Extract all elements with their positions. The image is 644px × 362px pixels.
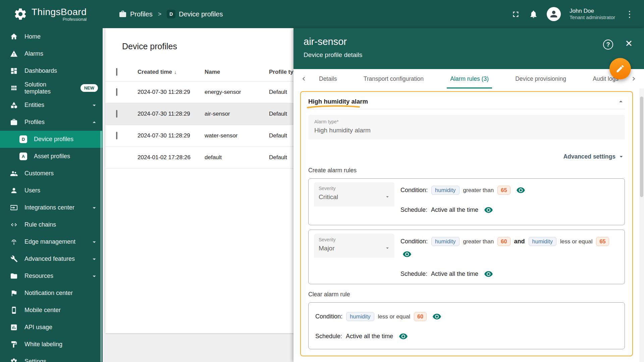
sidebar-item-rule-chains[interactable]: Rule chains (0, 216, 103, 233)
sidebar-item-label: Integrations center (24, 204, 74, 211)
tab-device-provisioning[interactable]: Device provisioning (512, 69, 570, 88)
rule-chains-icon (10, 221, 18, 229)
chevron-down-icon (618, 153, 625, 160)
cell-name: default (205, 154, 269, 161)
select-all-checkbox[interactable] (116, 68, 117, 76)
sidebar-item-solution-templates[interactable]: Solution templates NEW (0, 79, 103, 97)
cell-created: 2024-07-30 11:28:29 (138, 132, 205, 139)
tabs-scroll-left-icon[interactable] (297, 69, 311, 88)
row-checkbox[interactable] (116, 110, 117, 118)
rule-details: Condition: humidity greater than 60 and … (400, 234, 619, 279)
cell-name: water-sensor (205, 132, 269, 139)
view-schedule-eye-icon[interactable] (484, 205, 493, 215)
alarm-rule-major: Severity Major Condition: humidity great… (308, 230, 625, 284)
sidebar-item-label: API usage (24, 324, 52, 331)
brand-subtitle: Professional (63, 17, 87, 22)
sidebar-item-device-profiles[interactable]: D Device profiles (0, 131, 103, 148)
view-condition-eye-icon[interactable] (432, 312, 441, 321)
profiles-icon (119, 10, 127, 18)
column-created-time[interactable]: Created time↓ (138, 69, 205, 75)
new-badge: NEW (80, 84, 98, 92)
tab-transport-configuration[interactable]: Transport configuration (360, 69, 427, 88)
alarm-type-field[interactable]: Alarm type* High humidity alarm (308, 115, 625, 139)
notifications-bell-icon[interactable] (529, 10, 538, 19)
sidebar-item-mobile-center[interactable]: Mobile center (0, 302, 103, 319)
sidebar-scrollbar[interactable] (100, 131, 102, 362)
home-icon (10, 33, 18, 41)
view-schedule-eye-icon[interactable] (399, 332, 408, 341)
row-checkbox[interactable] (116, 88, 117, 96)
view-schedule-eye-icon[interactable] (484, 269, 493, 279)
briefcase-icon (10, 118, 18, 126)
asset-profiles-icon: A (19, 153, 27, 160)
sidebar-item-users[interactable]: Users (0, 182, 103, 199)
flag-icon (10, 289, 18, 297)
alarm-type-value: High humidity alarm (314, 127, 619, 134)
chevron-down-icon (91, 255, 98, 263)
cell-name: energy-sensor (205, 89, 269, 96)
breadcrumb-profiles[interactable]: Profiles (119, 10, 153, 18)
severity-select[interactable]: Severity Critical (314, 182, 394, 206)
condition-key-chip: humidity (346, 312, 374, 321)
panel-scrollbar (639, 88, 644, 362)
help-icon[interactable]: ? (603, 40, 613, 50)
chart-icon (10, 323, 18, 331)
dropdown-caret-icon (384, 194, 390, 200)
collapse-chevron-up-icon[interactable] (617, 98, 625, 106)
condition-joiner: and (514, 238, 525, 245)
severity-select[interactable]: Severity Major (314, 234, 394, 258)
edit-fab-button[interactable] (609, 58, 631, 79)
sidebar-item-label: Advanced features (24, 255, 75, 262)
condition-operator: greater than (463, 187, 494, 194)
smartphone-icon (10, 306, 18, 314)
sidebar-item-home[interactable]: Home (0, 28, 103, 45)
sidebar-item-profiles[interactable]: Profiles (0, 114, 103, 131)
sidebar-item-notification-center[interactable]: Notification center (0, 285, 103, 302)
antenna-icon (10, 238, 18, 246)
sidebar-item-api-usage[interactable]: API usage (0, 319, 103, 336)
alarm-section-header[interactable]: High humidity alarm (308, 94, 625, 109)
app-logo[interactable]: ThingsBoard Professional (0, 7, 103, 22)
column-name[interactable]: Name (205, 69, 269, 75)
breadcrumb-device-profiles-label: Device profiles (179, 10, 223, 18)
schedule-value: Active all the time (431, 206, 478, 214)
tab-details[interactable]: Details (316, 69, 340, 88)
severity-value: Critical (319, 193, 390, 201)
sidebar-item-customers[interactable]: Customers (0, 165, 103, 182)
fullscreen-icon[interactable] (511, 10, 520, 19)
user-avatar[interactable] (547, 7, 561, 21)
view-condition-eye-icon[interactable] (402, 250, 412, 259)
sidebar-item-alarms[interactable]: Alarms (0, 45, 103, 62)
sidebar-item-label: Device profiles (34, 136, 73, 143)
user-info[interactable]: John Doe Tenant administrator (570, 7, 615, 21)
sidebar-item-advanced-features[interactable]: Advanced features (0, 250, 103, 267)
breadcrumb-device-profiles[interactable]: D Device profiles (167, 10, 223, 18)
condition-value-chip: 60 (497, 237, 510, 246)
advanced-settings-toggle[interactable]: Advanced settings (308, 153, 625, 160)
sidebar-item-label: Solution templates (24, 81, 74, 95)
sidebar-item-integrations-center[interactable]: Integrations center (0, 199, 103, 216)
sidebar-item-entities[interactable]: Entities (0, 97, 103, 114)
close-icon[interactable]: ✕ (625, 38, 633, 49)
sidebar-item-edge-management[interactable]: Edge management (0, 233, 103, 250)
more-vert-icon[interactable]: ⋮ (624, 9, 635, 19)
condition-key-chip: humidity (431, 186, 459, 195)
view-condition-eye-icon[interactable] (516, 186, 525, 195)
sidebar-item-asset-profiles[interactable]: A Asset profiles (0, 148, 103, 165)
clear-alarm-rule-card: Condition: humidity less or equal 60 Sch… (308, 302, 625, 349)
tab-alarm-rules[interactable]: Alarm rules (3) (447, 69, 492, 88)
sidebar-item-label: Customers (24, 170, 54, 177)
entities-icon (10, 101, 18, 109)
sidebar-item-white-labeling[interactable]: White labeling (0, 336, 103, 353)
chevron-down-icon (91, 273, 98, 280)
sidebar-item-label: Alarms (24, 50, 43, 57)
row-checkbox[interactable] (116, 132, 117, 139)
panel-scrollbar-thumb[interactable] (640, 97, 643, 197)
person-icon (10, 187, 18, 194)
sidebar-item-resources[interactable]: Resources (0, 267, 103, 285)
alarm-rule-critical: Severity Critical Condition: humidity gr… (308, 178, 625, 225)
sidebar-item-dashboards[interactable]: Dashboards (0, 62, 103, 79)
condition-key-chip: humidity (431, 237, 459, 246)
sort-desc-icon: ↓ (174, 69, 177, 75)
sidebar-item-settings[interactable]: Settings (0, 353, 103, 362)
